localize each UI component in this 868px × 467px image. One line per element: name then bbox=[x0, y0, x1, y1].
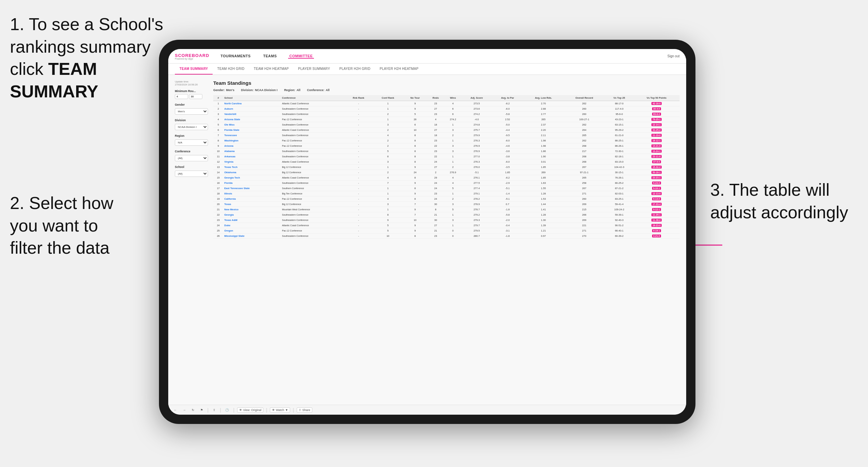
cell-overall: 268 bbox=[563, 159, 605, 165]
cell-school[interactable]: Ole Miss bbox=[223, 122, 281, 127]
cell-school[interactable]: Texas Tech bbox=[223, 165, 281, 170]
tab-team-h2h-heatmap[interactable]: TEAM H2H HEATMAP bbox=[249, 64, 293, 74]
cell-adj-score: 278.9 bbox=[462, 202, 492, 207]
filter-division-select[interactable]: NCAA Division I NCAA Division II bbox=[175, 124, 208, 130]
cell-school[interactable]: Florida State bbox=[223, 127, 281, 133]
toolbar-back[interactable]: ← bbox=[172, 408, 179, 412]
cell-vs-top25: 80-25-2 bbox=[605, 181, 633, 186]
toolbar-share-icon[interactable]: ⇧ bbox=[211, 408, 217, 412]
cell-overall: 265 bbox=[563, 175, 605, 181]
cell-school[interactable]: East Tennessee State bbox=[223, 186, 281, 191]
tab-player-h2h-heatmap[interactable]: PLAYER H2H HEATMAP bbox=[375, 64, 423, 74]
cell-school[interactable]: Georgia bbox=[223, 212, 281, 218]
cell-overall: 271 bbox=[563, 191, 605, 196]
cell-vs-top25: 63-15-1 bbox=[605, 122, 633, 127]
cell-school[interactable]: Oklahoma bbox=[223, 170, 281, 175]
tab-team-h2h-grid[interactable]: TEAM H2H GRID bbox=[213, 64, 249, 74]
cell-school[interactable]: Tennessee bbox=[223, 133, 281, 138]
table-row: 14OklahomaBig 12 Conference-2242276.9-5.… bbox=[213, 170, 680, 175]
tab-player-h2h-grid[interactable]: PLAYER H2H GRID bbox=[335, 64, 375, 74]
cell-school[interactable]: New Mexico bbox=[223, 207, 281, 212]
cell-conference: Southeastern Conference bbox=[281, 106, 344, 112]
tab-team-summary[interactable]: TEAM SUMMARY bbox=[175, 64, 213, 74]
cell-school[interactable]: Arkansas bbox=[223, 154, 281, 159]
toolbar-refresh[interactable]: ↻ bbox=[190, 408, 196, 412]
cell-rnds: 29 bbox=[427, 175, 444, 181]
cell-adj-score: 280.7 bbox=[462, 234, 492, 239]
cell-school[interactable]: Arizona State bbox=[223, 117, 281, 122]
cell-wins: 2 bbox=[444, 133, 462, 138]
toolbar-bookmark[interactable]: ⚑ bbox=[199, 408, 205, 412]
cell-school[interactable]: Vanderbilt bbox=[223, 112, 281, 117]
col-school: School bbox=[223, 95, 281, 101]
filter-region-select[interactable]: N/A All bbox=[175, 139, 208, 146]
cell-school[interactable]: Florida bbox=[223, 181, 281, 186]
watch-button[interactable]: 👁 Watch ▼ bbox=[270, 407, 290, 413]
tablet-screen: SCOREBOARD Powered by clippi TOURNAMENTS… bbox=[168, 49, 686, 415]
toolbar-forward[interactable]: → bbox=[181, 408, 187, 412]
nav-committee[interactable]: COMMITTEE bbox=[288, 54, 314, 59]
cell-no-tour: 9 bbox=[403, 223, 427, 228]
instruction-2: 2. Select how you want to filter the dat… bbox=[10, 192, 113, 259]
cell-school[interactable]: Mississippi State bbox=[223, 234, 281, 239]
cell-adj-score: -5.1 bbox=[462, 170, 492, 175]
cell-school[interactable]: Virginia bbox=[223, 159, 281, 165]
cell-school[interactable]: Oregon bbox=[223, 228, 281, 234]
cell-school[interactable]: Duke bbox=[223, 223, 281, 228]
table-row: 18IllinoisBig Ten Conference-19231279.1-… bbox=[213, 191, 680, 196]
cell-vs-top25: 83-25-1 bbox=[605, 196, 633, 202]
view-original-button[interactable]: 👁 View: Original bbox=[237, 407, 263, 413]
cell-avg-low: 1.44 bbox=[523, 202, 563, 207]
share-button[interactable]: ⇧ Share bbox=[297, 407, 312, 413]
share-icon: ⇧ bbox=[299, 408, 301, 412]
cell-avg-par: -6.2 bbox=[492, 175, 524, 181]
filter-gender-select[interactable]: Men's Women's bbox=[175, 108, 208, 115]
cell-school[interactable]: California bbox=[223, 196, 281, 202]
cell-conference: Pac-12 Conference bbox=[281, 228, 344, 234]
cell-rank: 4 bbox=[213, 117, 223, 122]
cell-school[interactable]: Illinois bbox=[223, 191, 281, 196]
cell-overall: 264 bbox=[563, 127, 605, 133]
col-rnk-rank: Rnk Rank bbox=[344, 95, 373, 101]
cell-rnds: 24 bbox=[427, 181, 444, 186]
cell-rnk-rank: - bbox=[344, 202, 373, 207]
cell-school[interactable]: Texas A&M bbox=[223, 218, 281, 223]
cell-overall: 262 bbox=[563, 122, 605, 127]
cell-conf-rank: 1 bbox=[373, 207, 403, 212]
cell-avg-par: 2.52 bbox=[492, 117, 524, 122]
table-header: # School Conference Rnk Rank Conf Rank N… bbox=[213, 95, 680, 101]
cell-school[interactable]: Georgia Tech bbox=[223, 175, 281, 181]
cell-conference: Big 12 Conference bbox=[281, 202, 344, 207]
filter-min-input[interactable] bbox=[175, 94, 188, 99]
cell-conf-rank: 1 bbox=[373, 191, 403, 196]
cell-conf-rank: 1 bbox=[373, 117, 403, 122]
cell-school[interactable]: Alabama bbox=[223, 149, 281, 154]
cell-rnk-rank: - bbox=[344, 228, 373, 234]
cell-conference: Southeastern Conference bbox=[281, 112, 344, 117]
cell-no-tour: 8 bbox=[403, 144, 427, 149]
toolbar-clock[interactable]: 🕐 bbox=[223, 408, 230, 412]
cell-avg-par: -3.6 bbox=[492, 149, 524, 154]
cell-vs-top25: 86-25-1 bbox=[605, 138, 633, 144]
view-icon: 👁 bbox=[239, 408, 242, 412]
cell-no-tour: 9 bbox=[403, 101, 427, 106]
filter-school-select[interactable]: (All) bbox=[175, 170, 208, 177]
cell-wins: 1 bbox=[444, 223, 462, 228]
cell-school[interactable]: Auburn bbox=[223, 106, 281, 112]
filter-conference-select[interactable]: (All) bbox=[175, 155, 208, 161]
cell-school[interactable]: Arizona bbox=[223, 144, 281, 149]
cell-conf-rank: 6 bbox=[373, 154, 403, 159]
nav-teams[interactable]: TEAMS bbox=[262, 54, 278, 59]
cell-school[interactable]: North Carolina bbox=[223, 101, 281, 106]
cell-conf-rank: 7 bbox=[373, 181, 403, 186]
tab-player-summary[interactable]: PLAYER SUMMARY bbox=[293, 64, 335, 74]
cell-no-tour: 8 bbox=[403, 159, 427, 165]
filter-max-input[interactable] bbox=[189, 94, 203, 99]
nav-tournaments[interactable]: TOURNAMENTS bbox=[219, 54, 252, 59]
cell-adj-score: -4.0 bbox=[462, 117, 492, 122]
cell-school[interactable]: Washington bbox=[223, 138, 281, 144]
cell-adj-score: 277.4 bbox=[462, 186, 492, 191]
sign-out-button[interactable]: Sign out bbox=[667, 54, 680, 58]
cell-avg-low: 1.55 bbox=[523, 186, 563, 191]
cell-school[interactable]: Texas bbox=[223, 202, 281, 207]
